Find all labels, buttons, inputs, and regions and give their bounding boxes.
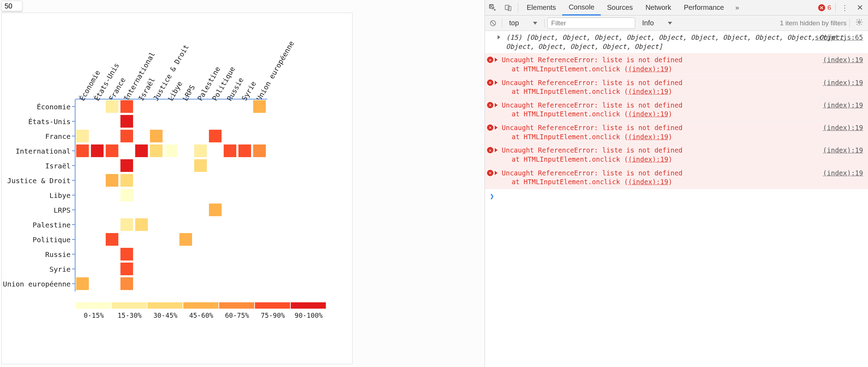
heatmap-cell[interactable]	[120, 277, 134, 291]
devtools-close-button[interactable]: ✕	[852, 3, 868, 12]
chevron-down-icon	[668, 22, 672, 25]
console-output[interactable]: script.js:65(15) [Object, Object, Object…	[485, 31, 868, 367]
error-icon: ✕	[487, 147, 493, 153]
heatmap-cell[interactable]	[120, 188, 134, 202]
console-row-info[interactable]: script.js:65(15) [Object, Object, Object…	[485, 31, 868, 53]
heatmap-cell[interactable]	[120, 173, 134, 187]
heatmap-cell[interactable]	[120, 129, 134, 143]
source-link[interactable]: script.js:65	[815, 33, 863, 42]
console-row-error[interactable]: ✕(index):19Uncaught ReferenceError: list…	[485, 121, 868, 144]
stack-link[interactable]: (index):19	[628, 110, 668, 118]
expand-icon[interactable]	[495, 103, 498, 107]
tab-performance[interactable]: Performance	[678, 0, 731, 15]
error-message: Uncaught ReferenceError: liste is not de…	[495, 123, 863, 133]
error-icon: ✕	[487, 170, 493, 176]
stack-link[interactable]: (index):19	[628, 88, 668, 95]
heatmap-cell[interactable]	[164, 144, 178, 158]
heatmap-cell[interactable]	[120, 247, 134, 261]
heatmap-cell[interactable]	[75, 129, 90, 143]
console-info-text: (15) [Object, Object, Object, Object, Ob…	[495, 33, 863, 51]
error-count-pill[interactable]: ✕ 6	[818, 4, 831, 12]
heatmap-cell[interactable]	[134, 218, 149, 232]
stack-link[interactable]: (index):19	[628, 133, 668, 141]
heatmap-cell[interactable]	[208, 203, 222, 217]
heatmap-cell[interactable]	[75, 277, 90, 291]
expand-icon[interactable]	[495, 171, 498, 175]
error-stack: at HTMLInputElement.onclick ((index):19)	[495, 155, 863, 164]
error-message: Uncaught ReferenceError: liste is not de…	[495, 78, 863, 88]
heatmap-cell[interactable]	[149, 129, 163, 143]
stack-link[interactable]: (index):19	[628, 155, 668, 163]
heatmap-cell[interactable]	[120, 159, 134, 173]
clear-console-icon[interactable]	[487, 17, 499, 29]
heatmap-cell[interactable]	[193, 144, 208, 158]
heatmap-cell[interactable]	[120, 99, 134, 114]
heatmap-cell[interactable]	[105, 99, 119, 114]
heatmap-cell[interactable]	[75, 144, 90, 158]
console-prompt[interactable]	[485, 189, 868, 203]
source-link[interactable]: (index):19	[823, 56, 863, 65]
console-toolbar: top Info 1 item hidden by filters	[485, 15, 868, 31]
legend-swatch: 15-30%	[111, 302, 147, 309]
stack-link[interactable]: (index):19	[628, 65, 668, 73]
heatmap-row-label: Palestine	[2, 221, 71, 229]
legend-label: 0-15%	[84, 311, 104, 319]
heatmap-cell[interactable]	[238, 144, 252, 158]
devtools-panel: ElementsConsoleSourcesNetworkPerformance…	[485, 0, 868, 367]
heatmap-cell[interactable]	[105, 173, 119, 187]
heatmap-row-label: Justice & Droit	[2, 176, 71, 185]
heatmap-cell[interactable]	[120, 262, 134, 276]
source-link[interactable]: (index):19	[823, 78, 863, 88]
tab-sources[interactable]: Sources	[601, 0, 639, 15]
legend-label: 15-30%	[118, 311, 142, 319]
tab-network[interactable]: Network	[639, 0, 677, 15]
log-level-selector[interactable]: Info	[638, 19, 676, 27]
error-stack: at HTMLInputElement.onclick ((index):19)	[495, 87, 863, 96]
heatmap-cell[interactable]	[223, 144, 237, 158]
stack-link[interactable]: (index):19	[628, 178, 668, 186]
console-row-error[interactable]: ✕(index):19Uncaught ReferenceError: list…	[485, 144, 868, 166]
context-selector[interactable]: top	[505, 19, 541, 27]
console-settings-icon[interactable]	[853, 18, 866, 28]
tab-elements[interactable]: Elements	[520, 0, 562, 15]
expand-icon[interactable]	[495, 58, 498, 62]
tab-console[interactable]: Console	[562, 0, 600, 15]
heatmap-cell[interactable]	[208, 129, 222, 143]
expand-icon[interactable]	[495, 148, 498, 152]
source-link[interactable]: (index):19	[823, 146, 863, 155]
tabs-overflow-button[interactable]: »	[730, 4, 744, 12]
heatmap-cell[interactable]	[252, 144, 267, 158]
value-input[interactable]	[1, 1, 22, 11]
heatmap-cell[interactable]	[120, 114, 134, 128]
expand-icon[interactable]	[495, 81, 498, 85]
heatmap-cell[interactable]	[105, 232, 119, 246]
page-left: ÉconomieÉtats-UnisFranceInternationalIsr…	[0, 0, 485, 367]
heatmap-row-label: International	[2, 147, 71, 155]
devtools-menu-button[interactable]: ⋮	[838, 4, 852, 12]
error-message: Uncaught ReferenceError: liste is not de…	[495, 101, 863, 110]
console-row-error[interactable]: ✕(index):19Uncaught ReferenceError: list…	[485, 167, 868, 189]
heatmap-row-label: LRPS	[2, 206, 71, 214]
source-link[interactable]: (index):19	[823, 169, 863, 178]
heatmap-cell[interactable]	[105, 144, 119, 158]
console-filter-input[interactable]	[547, 18, 635, 29]
source-link[interactable]: (index):19	[823, 101, 863, 110]
heatmap-cell[interactable]	[120, 218, 134, 232]
expand-icon[interactable]	[495, 125, 498, 130]
heatmap-cell[interactable]	[193, 159, 208, 173]
console-row-error[interactable]: ✕(index):19Uncaught ReferenceError: list…	[485, 99, 868, 121]
console-row-error[interactable]: ✕(index):19Uncaught ReferenceError: list…	[485, 53, 868, 76]
heatmap-cell[interactable]	[90, 144, 104, 158]
legend-swatch: 90-100%	[290, 302, 326, 309]
chevron-down-icon	[533, 22, 537, 25]
heatmap-cell[interactable]	[149, 144, 163, 158]
inspect-icon[interactable]	[485, 0, 500, 15]
device-toggle-icon[interactable]	[500, 0, 516, 15]
heatmap-cell[interactable]	[179, 232, 193, 246]
error-icon: ✕	[487, 124, 493, 131]
heatmap-chart: ÉconomieÉtats-UnisFranceInternationalIsr…	[1, 13, 353, 364]
console-row-error[interactable]: ✕(index):19Uncaught ReferenceError: list…	[485, 76, 868, 99]
source-link[interactable]: (index):19	[823, 123, 863, 133]
heatmap-cell[interactable]	[134, 144, 149, 158]
heatmap-cell[interactable]	[252, 99, 267, 114]
